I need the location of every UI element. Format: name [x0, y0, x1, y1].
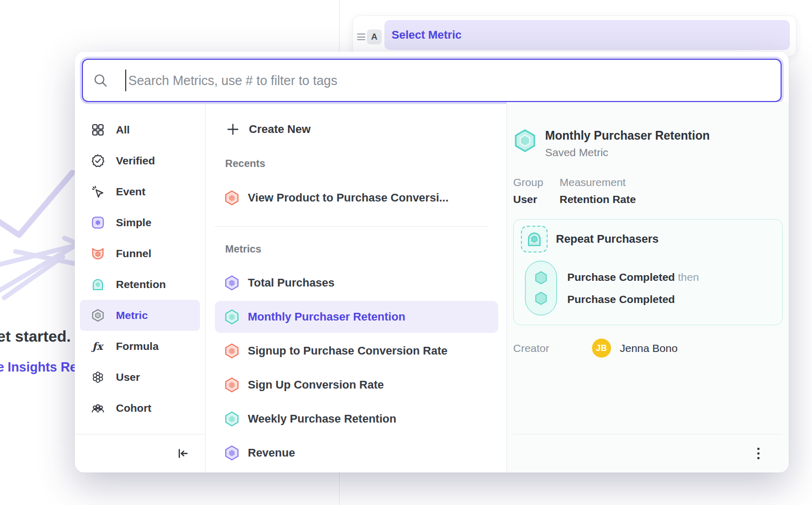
recent-metric-row[interactable]: View Product to Purchase Conversi... — [215, 183, 498, 212]
metric-row-label: Revenue — [248, 446, 295, 460]
group-value: User — [513, 193, 560, 206]
kebab-menu-icon — [754, 446, 763, 461]
plus-icon — [226, 123, 240, 136]
more-options-button[interactable] — [752, 444, 765, 463]
metric-row-signup-to-purchase-conversion-rate[interactable]: Signup to Purchase Conversion Rate — [215, 335, 498, 367]
metric-row-label: Total Purchases — [248, 276, 334, 290]
svg-text:ƒx: ƒx — [91, 340, 105, 352]
sidebar-item-label: Verified — [116, 155, 155, 167]
retention-steps-capsule — [525, 261, 557, 315]
collapse-left-icon — [175, 446, 190, 461]
card-title: Repeat Purchasers — [556, 232, 658, 246]
sidebar-item-verified[interactable]: Verified — [80, 145, 200, 176]
metric-row-monthly-purchaser-retention[interactable]: Monthly Purchaser Retention — [215, 301, 498, 333]
simple-metric-icon — [91, 216, 105, 229]
simple-metric-hexagon-icon — [224, 275, 240, 291]
create-new-button[interactable]: Create New — [215, 117, 498, 141]
metric-row-label: Weekly Purchase Retention — [248, 412, 396, 426]
sidebar-item-retention[interactable]: Retention — [80, 269, 200, 300]
collapse-sidebar-button[interactable] — [173, 444, 192, 463]
creator-row: Creator JB Jenna Bono — [513, 339, 783, 358]
metric-hexagon-icon — [91, 309, 105, 322]
retention-icon — [91, 278, 105, 291]
search-icon — [93, 73, 108, 88]
recents-section-label: Recents — [225, 158, 498, 170]
retention-metric-hexagon-icon — [224, 411, 240, 427]
cohort-people-icon — [91, 401, 105, 415]
metric-row-revenue[interactable]: Revenue — [215, 437, 498, 469]
metric-list-column: Create New Recents View Product to Purch… — [206, 102, 506, 473]
background-heading-fragment: et started. — [0, 328, 71, 345]
step-hexagon-icon — [533, 291, 549, 306]
details-meta: Group User Measurement Retention Rate — [513, 176, 783, 206]
metric-row-label: Signup to Purchase Conversion Rate — [248, 344, 448, 358]
funnel-metric-hexagon-icon — [224, 190, 240, 206]
metrics-section-label: Metrics — [225, 243, 498, 256]
select-metric-bar: A Select Metric — [352, 15, 797, 57]
creator-avatar: JB — [592, 339, 611, 358]
funnel-icon — [91, 247, 105, 260]
list-divider — [215, 226, 488, 227]
sidebar-item-label: Event — [116, 186, 145, 198]
sidebar-item-formula[interactable]: ƒx Formula — [80, 331, 200, 362]
user-cluster-icon — [91, 371, 105, 384]
measurement-label: Measurement — [560, 176, 636, 189]
metric-row-total-purchases[interactable]: Total Purchases — [215, 267, 498, 299]
drag-handle-icon[interactable] — [357, 33, 365, 40]
retention-metric-hexagon-icon — [224, 309, 240, 325]
metric-row-label: Sign Up Conversion Rate — [248, 378, 384, 392]
sidebar-item-all[interactable]: All — [80, 114, 200, 145]
sidebar-footer — [75, 434, 205, 473]
search-input[interactable] — [126, 73, 781, 88]
formula-fx-icon: ƒx — [91, 340, 105, 353]
grid-icon — [91, 123, 105, 137]
sidebar-item-user[interactable]: User — [80, 362, 200, 393]
details-subtitle: Saved Metric — [545, 146, 709, 159]
sidebar-item-cohort[interactable]: Cohort — [80, 393, 200, 424]
metric-row-weekly-purchase-retention[interactable]: Weekly Purchase Retention — [215, 403, 498, 435]
then-connector: then — [678, 271, 699, 283]
recent-metric-label: View Product to Purchase Conversi... — [248, 191, 449, 205]
metric-picker-modal: All Verified Event — [75, 52, 789, 473]
sidebar-item-label: User — [116, 371, 140, 383]
create-new-label: Create New — [249, 123, 311, 136]
details-title: Monthly Purchaser Retention — [545, 129, 709, 142]
sidebar-item-label: Retention — [116, 278, 166, 291]
sidebar-item-label: Simple — [116, 216, 151, 229]
metric-row-label: Monthly Purchaser Retention — [248, 310, 405, 324]
sidebar-item-funnel[interactable]: Funnel — [80, 238, 200, 269]
retention-cohort-icon — [521, 226, 548, 252]
verified-badge-icon — [91, 154, 105, 167]
step-two-text: Purchase Completed — [567, 293, 699, 306]
funnel-metric-hexagon-icon — [224, 343, 240, 359]
cursor-click-icon — [91, 185, 105, 198]
metric-letter-badge[interactable]: A — [367, 29, 382, 44]
creator-name: Jenna Bono — [620, 342, 678, 355]
type-filter-sidebar: All Verified Event — [75, 102, 206, 473]
details-footer — [513, 434, 783, 473]
modal-body: All Verified Event — [75, 102, 789, 473]
background-insights-link-fragment[interactable]: e Insights Re — [0, 360, 77, 375]
sidebar-item-event[interactable]: Event — [80, 176, 200, 207]
simple-metric-hexagon-icon — [224, 445, 240, 461]
sidebar-item-label: Formula — [116, 340, 159, 352]
retention-definition-card: Repeat Purchasers Purchase Completed — [513, 219, 783, 325]
sidebar-item-label: Metric — [116, 309, 148, 322]
search-box — [82, 59, 782, 102]
select-metric-button[interactable]: Select Metric — [384, 20, 790, 50]
details-header: Monthly Purchaser Retention Saved Metric — [513, 129, 783, 159]
funnel-metric-hexagon-icon — [224, 377, 240, 393]
sidebar-item-metric[interactable]: Metric — [80, 300, 200, 331]
sidebar-item-simple[interactable]: Simple — [80, 207, 200, 238]
step-one-text: Purchase Completed then — [567, 271, 699, 283]
select-metric-label: Select Metric — [392, 28, 462, 42]
step-hexagon-icon — [533, 270, 549, 285]
measurement-value: Retention Rate — [560, 193, 636, 206]
sidebar-item-label: Cohort — [116, 402, 151, 414]
creator-label: Creator — [513, 342, 592, 355]
sidebar-item-label: All — [116, 124, 130, 136]
group-label: Group — [513, 176, 560, 189]
sidebar-item-label: Funnel — [116, 247, 151, 260]
metric-row-sign-up-conversion-rate[interactable]: Sign Up Conversion Rate — [215, 369, 498, 401]
metric-details-panel: Monthly Purchaser Retention Saved Metric… — [506, 102, 789, 473]
